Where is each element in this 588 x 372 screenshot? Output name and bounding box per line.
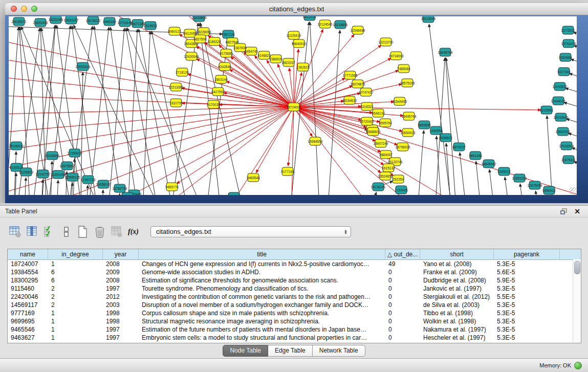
tab-network-table[interactable]: Network Table: [313, 345, 365, 357]
graph-node[interactable]: 1615132: [382, 164, 395, 172]
graph-node[interactable]: 11451951: [51, 170, 66, 179]
graph-node[interactable]: 9170035: [207, 100, 220, 108]
close-window-button[interactable]: [11, 6, 17, 12]
create-table-button[interactable]: [76, 225, 90, 238]
graph-node[interactable]: 10688609: [366, 127, 381, 136]
graph-node[interactable]: 10975857: [60, 162, 75, 170]
graph-node[interactable]: 9546132: [372, 109, 385, 117]
graph-node[interactable]: 12444151: [551, 97, 566, 105]
graph-node[interactable]: 17016504: [559, 142, 574, 150]
column-header[interactable]: year: [103, 249, 139, 259]
graph-node[interactable]: 6466160: [103, 17, 116, 26]
graph-node[interactable]: 8186328: [208, 37, 221, 46]
graph-node[interactable]: 7615525: [144, 21, 157, 30]
graph-node[interactable]: 9175685: [220, 49, 233, 57]
table-row[interactable]: 977716911998Corpus callosum shape and si…: [8, 309, 581, 317]
graph-node[interactable]: 11544905: [393, 97, 407, 105]
graph-node[interactable]: 252254: [393, 175, 404, 183]
graph-node[interactable]: 14136141: [371, 183, 386, 191]
graph-node[interactable]: 19654923: [401, 128, 416, 137]
graph-node[interactable]: 8427552: [211, 87, 225, 96]
graph-node[interactable]: 18724007: [287, 103, 301, 111]
graph-node[interactable]: 12505135: [66, 173, 80, 181]
column-header[interactable]: in_degree: [48, 249, 103, 259]
canvas-resize-grip[interactable]: [569, 187, 576, 194]
graph-node[interactable]: 8215953: [540, 106, 553, 114]
table-row[interactable]: 946362711997Embryonic stem cells: a mode…: [8, 334, 581, 342]
graph-node[interactable]: 16782759: [113, 184, 127, 192]
table-vertical-scrollbar[interactable]: [573, 259, 581, 343]
graph-node[interactable]: 20206556: [45, 151, 60, 160]
graph-node[interactable]: 11548498: [351, 26, 365, 34]
graph-node[interactable]: 9884067: [379, 150, 393, 159]
graph-node[interactable]: 16648784: [438, 48, 453, 56]
graph-node[interactable]: 6879197: [452, 143, 466, 151]
graph-node[interactable]: 18575165: [400, 79, 415, 87]
column-header[interactable]: name: [8, 249, 48, 259]
graph-node[interactable]: 11325419: [287, 31, 301, 39]
graph-node[interactable]: 11175311: [561, 26, 575, 34]
graph-node[interactable]: 1440954: [429, 126, 443, 135]
graph-node[interactable]: 18164610: [342, 96, 357, 104]
show-columns-button[interactable]: [25, 225, 39, 238]
graph-node[interactable]: 16033809: [192, 16, 207, 21]
graph-node[interactable]: 22420046: [184, 52, 199, 60]
graph-node[interactable]: 18645442: [482, 160, 496, 168]
graph-node[interactable]: 3216321: [360, 102, 374, 111]
graph-node[interactable]: 11675311: [561, 156, 576, 164]
graph-node[interactable]: 9329966: [559, 53, 572, 61]
select-rows-button[interactable]: [42, 225, 56, 238]
graph-node[interactable]: 1362615: [296, 63, 310, 71]
graph-node[interactable]: 16231086: [49, 16, 63, 24]
column-header[interactable]: short: [420, 249, 494, 259]
graph-node[interactable]: 19218896: [333, 20, 348, 29]
graph-node[interactable]: 8595764: [379, 119, 392, 127]
graph-node[interactable]: 9450412: [542, 186, 556, 194]
memory-ok-indicator[interactable]: [574, 362, 582, 369]
graph-node[interactable]: 9827508: [193, 35, 207, 43]
function-builder-button[interactable]: f(x): [126, 225, 140, 238]
graph-node[interactable]: 15692931: [556, 127, 571, 136]
graph-node[interactable]: 15276022: [86, 16, 101, 25]
row-height-button[interactable]: [59, 225, 73, 238]
graph-node[interactable]: 9485770: [165, 183, 179, 191]
graph-node[interactable]: 9146821: [257, 51, 271, 59]
graph-node[interactable]: 10391209: [512, 174, 527, 182]
tab-edge-table[interactable]: Edge Table: [268, 345, 313, 357]
minimize-window-button[interactable]: [21, 6, 27, 12]
graph-node[interactable]: 19958107: [96, 180, 111, 188]
graph-node[interactable]: 9891458: [469, 151, 482, 160]
window-titlebar[interactable]: citations_edges.txt: [5, 3, 588, 15]
graph-node[interactable]: 15751074: [561, 39, 576, 48]
graph-node[interactable]: 12475059: [528, 181, 542, 189]
delete-table-button[interactable]: [93, 225, 106, 238]
zoom-window-button[interactable]: [31, 6, 37, 12]
graph-node[interactable]: 12142757: [36, 170, 51, 178]
graph-node[interactable]: 8454749: [245, 47, 258, 55]
graph-node[interactable]: 24035572: [12, 17, 27, 26]
graph-node[interactable]: 10747427: [359, 88, 374, 96]
table-row[interactable]: 969969511998Structural magnetic resonanc…: [8, 317, 581, 325]
graph-node[interactable]: 18907249: [374, 139, 388, 147]
graph-node[interactable]: 12213383: [169, 83, 184, 91]
graph-node[interactable]: 2718126: [176, 68, 189, 76]
graph-node[interactable]: 20691406: [33, 18, 48, 27]
graph-node[interactable]: 2803144: [214, 75, 228, 83]
tab-node-table[interactable]: Node Table: [223, 345, 268, 357]
graph-node[interactable]: 8938923: [439, 134, 452, 142]
graph-node[interactable]: 18113044: [421, 16, 436, 23]
table-settings-button[interactable]: [8, 225, 22, 238]
graph-node[interactable]: 1588520: [269, 55, 282, 63]
graph-node[interactable]: 17957223: [81, 176, 96, 184]
graph-node[interactable]: 9465546: [247, 173, 260, 182]
graph-node[interactable]: 25166930: [9, 142, 24, 150]
scrollbar-thumb[interactable]: [574, 261, 580, 274]
float-panel-icon[interactable]: [559, 207, 569, 215]
graph-node[interactable]: 12093832: [553, 82, 568, 91]
table-row[interactable]: 1872400712008Changes of HCN gene express…: [8, 260, 581, 268]
column-header[interactable]: title: [139, 249, 385, 259]
graph-node[interactable]: 12213790: [379, 38, 394, 46]
close-panel-icon[interactable]: ✕: [573, 207, 582, 215]
graph-node[interactable]: 7857224: [222, 30, 235, 38]
graph-node[interactable]: 19734593: [389, 52, 404, 60]
